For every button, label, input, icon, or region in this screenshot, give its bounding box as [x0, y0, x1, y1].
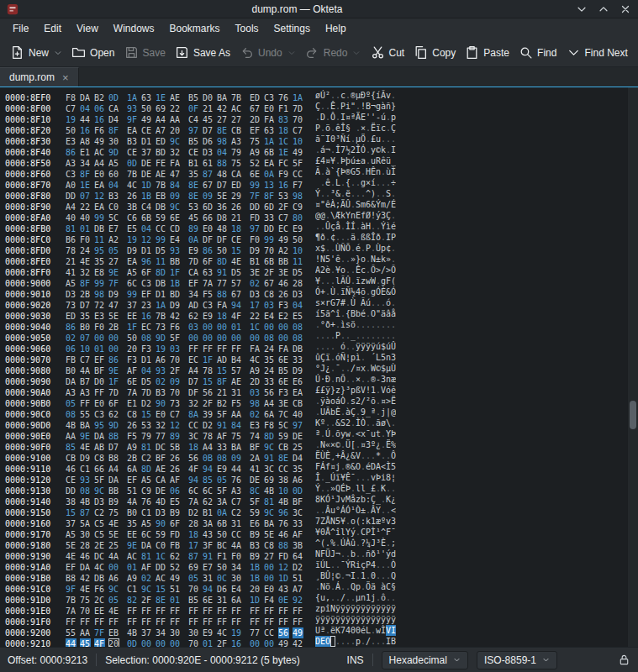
- byte-cell[interactable]: 16: [231, 638, 242, 647]
- char-cell[interactable]: Q: [391, 570, 396, 581]
- byte-cell[interactable]: 00: [264, 638, 275, 647]
- char-cell[interactable]: _: [391, 155, 396, 166]
- char-cell[interactable]: ÿ: [391, 614, 396, 625]
- close-button[interactable]: [620, 3, 631, 15]
- char-cell[interactable]: É: [391, 199, 396, 210]
- cut-button[interactable]: Cut: [371, 45, 405, 60]
- char-cell[interactable]: Ò: [391, 559, 396, 570]
- char-cell[interactable]: é: [391, 221, 396, 232]
- char-cell[interactable]: p: [391, 112, 396, 123]
- char-cell[interactable]: .: [391, 243, 396, 254]
- char-cell[interactable]: @: [391, 407, 396, 417]
- byte-cell[interactable]: 00: [141, 638, 152, 647]
- minimize-button[interactable]: [576, 3, 588, 15]
- byte-cell[interactable]: 0D: [127, 638, 138, 647]
- hex-row: 0000:9160375AC54E35A5906F283A6B31E6BA763…: [5, 516, 638, 527]
- char-cell[interactable]: ÿ: [391, 603, 396, 614]
- char-cell[interactable]: P: [391, 232, 396, 243]
- maximize-button[interactable]: [598, 3, 609, 15]
- char-cell[interactable]: ÷: [391, 177, 396, 188]
- char-cell[interactable]: Ë: [391, 396, 396, 407]
- byte-cell[interactable]: 20: [108, 638, 119, 647]
- lock-icon[interactable]: [618, 654, 630, 666]
- char-cell[interactable]: .: [391, 319, 396, 330]
- open-button[interactable]: Open: [71, 45, 114, 60]
- byte-cell[interactable]: 4F: [94, 638, 105, 647]
- char-cell[interactable]: Þ: [391, 428, 396, 439]
- menu-windows[interactable]: Windows: [106, 20, 162, 37]
- char-cell[interactable]: ê: [391, 385, 396, 396]
- menu-file[interactable]: File: [5, 20, 36, 37]
- char-cell[interactable]: Ì: [391, 166, 396, 177]
- window-title: dump.rom — Okteta: [18, 3, 576, 15]
- char-cell[interactable]: .: [391, 254, 396, 265]
- byte-cell[interactable]: 70: [188, 638, 199, 647]
- char-cell[interactable]: d: [391, 549, 396, 559]
- insert-mode-indicator[interactable]: INS: [347, 654, 364, 666]
- byte-cell[interactable]: 00: [170, 638, 181, 647]
- byte-cell[interactable]: 2F: [217, 638, 228, 647]
- char-cell[interactable]: .: [391, 330, 396, 341]
- char-cell[interactable]: 3: [391, 516, 396, 527]
- new-button[interactable]: New: [10, 45, 62, 60]
- char-cell[interactable]: B: [391, 636, 396, 647]
- char-cell[interactable]: Õ: [391, 265, 396, 276]
- vertical-scrollbar[interactable]: [627, 87, 638, 647]
- char-cell[interactable]: Ù: [391, 363, 396, 374]
- menu-settings[interactable]: Settings: [266, 20, 318, 37]
- cut-icon: [371, 45, 385, 60]
- char-cell[interactable]: ¿: [391, 494, 396, 505]
- find-button[interactable]: Find: [519, 45, 556, 60]
- save-as-button[interactable]: Save As: [175, 45, 230, 60]
- char-cell[interactable]: Û: [391, 341, 396, 352]
- char-cell[interactable]: ¯: [391, 527, 396, 538]
- menu-help[interactable]: Help: [318, 20, 354, 37]
- paste-button[interactable]: Paste: [465, 45, 509, 60]
- char-cell[interactable]: Ç: [391, 123, 396, 134]
- char-cell[interactable]: å: [391, 308, 396, 319]
- char-cell[interactable]: Ó: [391, 286, 396, 297]
- char-cell[interactable]: ;: [391, 538, 396, 549]
- char-cell[interactable]: .: [391, 188, 396, 199]
- char-cell[interactable]: }: [391, 101, 396, 112]
- menu-view[interactable]: View: [69, 20, 106, 37]
- byte-cell[interactable]: 01: [203, 638, 214, 647]
- char-cell[interactable]: .: [391, 417, 396, 428]
- char-cell[interactable]: %: [391, 439, 396, 450]
- byte-cell[interactable]: 42: [293, 638, 303, 647]
- scrollbar-thumb[interactable]: [630, 401, 636, 429]
- char-cell[interactable]: .: [391, 483, 396, 494]
- menu-bookmarks[interactable]: Bookmarks: [162, 20, 228, 37]
- char-cell[interactable]: .: [391, 297, 396, 308]
- char-cell[interactable]: .: [391, 592, 396, 603]
- byte-cell[interactable]: 00: [156, 638, 166, 647]
- value-coding-select[interactable]: Hexadecimal: [382, 651, 468, 669]
- tab-dump-rom[interactable]: dump.rom ×: [0, 67, 79, 87]
- char-cell[interactable]: 3: [391, 352, 396, 363]
- tab-close-icon[interactable]: ×: [62, 72, 69, 83]
- char-cell[interactable]: 5: [391, 461, 396, 472]
- menu-tools[interactable]: Tools: [228, 20, 266, 37]
- char-coding-select[interactable]: ISO-8859-1: [477, 651, 557, 669]
- find-next-button[interactable]: Find Next: [567, 45, 628, 60]
- byte-cell[interactable]: 00: [250, 638, 261, 647]
- byte-cell[interactable]: 44: [66, 638, 76, 647]
- char-cell[interactable]: §: [391, 581, 396, 592]
- char-cell[interactable]: æ: [391, 374, 396, 385]
- menu-edit[interactable]: Edit: [36, 20, 69, 37]
- byte-cell[interactable]: 45: [80, 638, 91, 647]
- copy-button[interactable]: Copy: [414, 45, 456, 60]
- char-cell[interactable]: .: [391, 134, 396, 144]
- char-cell[interactable]: <: [391, 505, 396, 516]
- char-cell[interactable]: .: [391, 210, 396, 221]
- char-cell[interactable]: I: [391, 625, 396, 636]
- char-cell[interactable]: (: [391, 276, 396, 286]
- char-cell[interactable]: ¦: [391, 472, 396, 483]
- char-cell[interactable]: .: [391, 90, 396, 101]
- char-cell[interactable]: Ô: [391, 450, 396, 461]
- hex-editor-view[interactable]: 0000:8EF0F8DAB20D1A631EAEB5D0BA7BEDC3761…: [0, 87, 638, 647]
- undo-button: Undo: [240, 45, 296, 60]
- byte-cell[interactable]: 49: [278, 638, 289, 647]
- hex-row: 0000:8F4086E1AC9DCE37BD32CED30479A96B1E4…: [5, 144, 638, 155]
- char-cell[interactable]: I: [391, 144, 396, 155]
